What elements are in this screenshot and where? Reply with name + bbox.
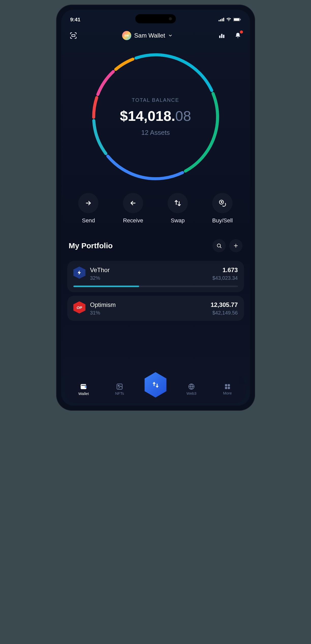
asset-progress bbox=[73, 286, 238, 287]
svg-rect-8 bbox=[219, 36, 220, 38]
send-button[interactable]: Send bbox=[78, 193, 99, 224]
arrow-right-icon bbox=[85, 200, 92, 207]
swap-button[interactable]: Swap bbox=[168, 193, 188, 224]
search-button[interactable] bbox=[212, 239, 226, 252]
asset-name: VeThor bbox=[90, 267, 110, 274]
svg-rect-3 bbox=[223, 18, 224, 21]
balance-amount: $14,018.08 bbox=[120, 108, 191, 124]
asset-value: $42,149.56 bbox=[211, 310, 238, 316]
scan-icon[interactable] bbox=[69, 31, 78, 40]
svg-rect-18 bbox=[225, 384, 227, 386]
stats-icon[interactable] bbox=[217, 31, 226, 40]
notch bbox=[135, 14, 176, 23]
receive-label: Receive bbox=[123, 217, 143, 224]
asset-name: Optimism bbox=[90, 301, 116, 308]
wallet-selector[interactable]: SW Sam Wallet bbox=[122, 31, 173, 40]
notification-bell-icon[interactable] bbox=[233, 31, 242, 40]
send-label: Send bbox=[82, 217, 95, 224]
balance-currency: $ bbox=[120, 108, 128, 124]
nav-web3[interactable]: Web3 bbox=[180, 383, 203, 395]
svg-rect-5 bbox=[234, 18, 239, 21]
svg-rect-9 bbox=[221, 34, 222, 38]
phone-frame: 9:41 SW Sam Wallet bbox=[57, 5, 255, 410]
asset-icon bbox=[73, 267, 86, 279]
svg-rect-0 bbox=[219, 20, 220, 21]
wallet-avatar-initials: SW bbox=[124, 34, 129, 37]
status-indicators bbox=[219, 18, 241, 21]
wallet-avatar: SW bbox=[122, 31, 131, 40]
app-header: SW Sam Wallet bbox=[61, 25, 250, 43]
svg-rect-6 bbox=[240, 19, 241, 20]
asset-card[interactable]: VeThor 32% 1.673 $43,023.34 bbox=[67, 261, 244, 292]
svg-rect-1 bbox=[220, 19, 221, 21]
svg-point-13 bbox=[217, 244, 220, 247]
asset-card[interactable]: OP Optimism 31% 12,305.77 $42,149.56 bbox=[67, 296, 244, 321]
balance-cents: 08 bbox=[175, 108, 191, 124]
wifi-icon bbox=[226, 18, 231, 21]
status-time: 9:41 bbox=[70, 17, 80, 23]
chevron-down-icon bbox=[168, 33, 173, 38]
portfolio-list: VeThor 32% 1.673 $43,023.34 OP Optimism … bbox=[61, 261, 250, 321]
asset-amount: 12,305.77 bbox=[211, 301, 238, 308]
svg-rect-21 bbox=[228, 387, 230, 389]
grid-icon bbox=[224, 383, 231, 390]
asset-value: $43,023.34 bbox=[212, 275, 238, 281]
balance-label: TOTAL BALANCE bbox=[132, 97, 179, 103]
swap-label: Swap bbox=[171, 217, 185, 224]
svg-rect-14 bbox=[85, 386, 86, 387]
plus-icon bbox=[233, 243, 239, 249]
globe-icon bbox=[188, 383, 195, 390]
svg-rect-2 bbox=[222, 19, 223, 21]
portfolio-header: My Portfolio bbox=[61, 226, 250, 257]
receive-button[interactable]: Receive bbox=[123, 193, 143, 224]
action-row: Send Receive Swap Buy/Sell bbox=[61, 185, 250, 226]
wallet-icon bbox=[80, 383, 87, 390]
bottom-nav: Wallet NFTs Web3 More bbox=[66, 375, 245, 403]
asset-icon: OP bbox=[73, 301, 86, 313]
wallet-name: Sam Wallet bbox=[134, 32, 165, 39]
coin-icon bbox=[219, 199, 226, 207]
swap-icon bbox=[174, 200, 181, 207]
nav-more-label: More bbox=[223, 391, 232, 395]
svg-rect-20 bbox=[225, 387, 227, 389]
portfolio-donut[interactable]: TOTAL BALANCE $14,018.08 12 Assets bbox=[90, 51, 222, 183]
buysell-label: Buy/Sell bbox=[212, 217, 233, 224]
svg-rect-10 bbox=[223, 35, 224, 38]
asset-pct: 32% bbox=[90, 275, 110, 281]
asset-pct: 31% bbox=[90, 310, 116, 316]
battery-icon bbox=[233, 18, 241, 21]
svg-rect-7 bbox=[72, 35, 75, 37]
add-button[interactable] bbox=[229, 239, 242, 252]
nav-wallet[interactable]: Wallet bbox=[72, 383, 95, 396]
notification-dot bbox=[240, 30, 243, 34]
nav-center-button[interactable] bbox=[143, 372, 168, 398]
cellular-icon bbox=[219, 18, 224, 21]
nav-more[interactable]: More bbox=[216, 383, 239, 395]
asset-amount: 1.673 bbox=[212, 267, 238, 274]
search-icon bbox=[216, 243, 222, 249]
exchange-icon bbox=[151, 380, 160, 389]
svg-point-16 bbox=[118, 385, 119, 386]
nav-web3-label: Web3 bbox=[187, 391, 197, 395]
screen: 9:41 SW Sam Wallet bbox=[61, 10, 250, 406]
balance-whole: 14,018. bbox=[128, 108, 175, 124]
image-icon bbox=[116, 383, 123, 390]
buysell-button[interactable]: Buy/Sell bbox=[212, 193, 233, 224]
nav-nfts-label: NFTs bbox=[115, 391, 124, 395]
arrow-left-icon bbox=[129, 200, 137, 207]
svg-rect-19 bbox=[228, 384, 230, 386]
nav-nfts[interactable]: NFTs bbox=[108, 383, 131, 395]
assets-count: 12 Assets bbox=[141, 129, 170, 137]
portfolio-title: My Portfolio bbox=[69, 241, 113, 250]
nav-wallet-label: Wallet bbox=[78, 391, 89, 396]
donut-center: TOTAL BALANCE $14,018.08 12 Assets bbox=[90, 51, 222, 183]
